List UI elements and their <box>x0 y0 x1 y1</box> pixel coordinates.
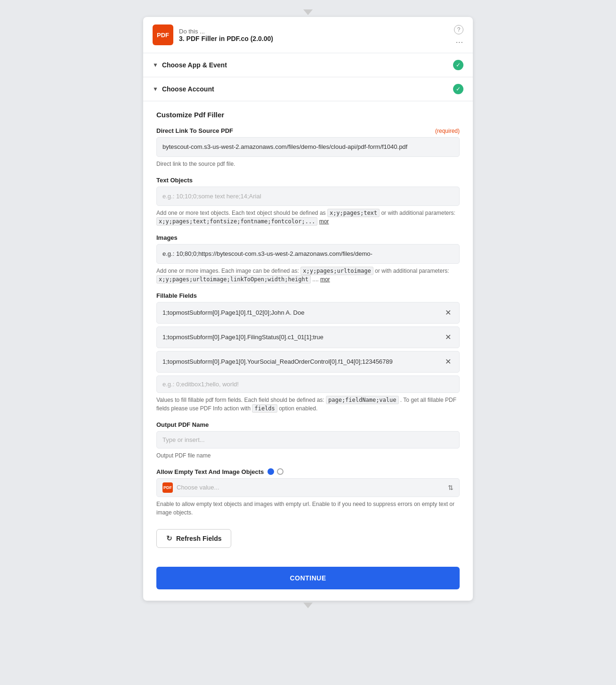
choose-app-section[interactable]: ▼ Choose App & Event ✓ <box>143 53 473 77</box>
direct-link-hint: Direct link to the source pdf file. <box>156 160 460 168</box>
fillable-fields-hint: Values to fill fillable pdf form fields.… <box>156 396 460 413</box>
text-objects-hint: Add one or more text objects. Each text … <box>156 209 460 226</box>
app-header: PDF Do this ... 3. PDF Filler in PDF.co … <box>143 17 473 53</box>
fillable-fields-label-row: Fillable Fields <box>156 292 460 299</box>
refresh-icon: ↻ <box>166 534 172 543</box>
text-objects-label: Text Objects <box>156 177 193 184</box>
pdf-select-icon: PDF <box>162 482 173 493</box>
help-icon[interactable]: ? <box>454 25 463 34</box>
connector-bottom <box>143 601 473 608</box>
images-value[interactable]: e.g.: 10;80;0;https://bytescout-com.s3-u… <box>156 244 460 264</box>
allow-empty-select[interactable]: PDF Choose value... ⇅ <box>156 478 460 497</box>
radio-option-2[interactable] <box>277 468 284 475</box>
choose-app-label: Choose App & Event <box>162 61 227 69</box>
choose-app-check: ✓ <box>453 60 463 70</box>
remove-fillable-item-2[interactable]: ✕ <box>442 332 454 343</box>
chevron-down-icon-2: ▼ <box>153 86 158 92</box>
text-objects-code1: x;y;pages;text <box>327 209 380 217</box>
output-pdf-name-group: Output PDF Name Output PDF file name <box>156 421 460 460</box>
images-label: Images <box>156 234 178 241</box>
images-code1: x;y;pages;urltoimage <box>300 267 373 275</box>
images-group: Images e.g.: 10;80;0;https://bytescout-c… <box>156 234 460 284</box>
fillable-code1: page;fieldName;value <box>326 396 399 404</box>
continue-button[interactable]: CONTINUE <box>156 567 460 589</box>
choose-account-check: ✓ <box>453 84 463 94</box>
images-code2: x;y;pages;urltoimage;linkToOpen;width;he… <box>156 275 311 284</box>
choose-app-left: ▼ Choose App & Event <box>153 61 227 69</box>
fillable-item: 1;topmostSubform[0].Page1[0].f1_02[0];Jo… <box>156 302 460 324</box>
choose-account-label: Choose Account <box>162 85 214 93</box>
app-icon: PDF <box>153 24 173 45</box>
fillable-fields-group: Fillable Fields 1;topmostSubform[0].Page… <box>156 292 460 413</box>
main-card: PDF Do this ... 3. PDF Filler in PDF.co … <box>143 17 473 601</box>
images-label-row: Images <box>156 234 460 241</box>
images-hint: Add one or more images. Each image can b… <box>156 267 460 284</box>
refresh-fields-label: Refresh Fields <box>176 535 221 542</box>
allow-empty-select-text: Choose value... <box>177 484 444 491</box>
output-pdf-name-label: Output PDF Name <box>156 421 209 428</box>
text-objects-more[interactable]: mor <box>319 218 329 225</box>
header-actions: ? ... <box>454 25 463 45</box>
direct-link-value[interactable]: bytescout-com.s3-us-west-2.amazonaws.com… <box>156 137 460 157</box>
fillable-code2: fields <box>252 404 277 413</box>
output-pdf-name-label-row: Output PDF Name <box>156 421 460 428</box>
remove-fillable-item-1[interactable]: ✕ <box>442 307 454 318</box>
text-objects-code2: x;y;pages;text;fontsize;fontname;fontcol… <box>156 217 317 226</box>
remove-fillable-item-3[interactable]: ✕ <box>442 356 454 367</box>
direct-link-group: Direct Link To Source PDF (required) byt… <box>156 127 460 168</box>
fillable-placeholder[interactable]: e.g.: 0;editbox1;hello, world! <box>156 375 460 393</box>
fillable-item: 1;topmostSubform[0].Page1[0].FilingStatu… <box>156 326 460 348</box>
allow-empty-label-row: Allow Empty Text And Image Objects <box>156 468 460 475</box>
more-menu-button[interactable]: ... <box>456 36 463 45</box>
radio-option-1[interactable] <box>267 468 274 475</box>
allow-empty-group: Allow Empty Text And Image Objects PDF C… <box>156 468 460 517</box>
allow-empty-hint: Enable to allow empty text objects and i… <box>156 500 460 517</box>
direct-link-required: (required) <box>435 128 460 134</box>
direct-link-label: Direct Link To Source PDF <box>156 127 233 134</box>
text-objects-value[interactable]: e.g.: 10;10;0;some text here;14;Arial <box>156 187 460 206</box>
fillable-item-text: 1;topmostSubform[0].Page1[0].FilingStatu… <box>162 334 438 341</box>
app-title: 3. PDF Filler in PDF.co (2.0.00) <box>179 35 454 42</box>
customize-section: Customize Pdf Filler Direct Link To Sour… <box>143 101 473 559</box>
allow-empty-radio-group <box>267 468 284 475</box>
output-pdf-name-input[interactable] <box>156 431 460 449</box>
text-objects-group: Text Objects e.g.: 10;10;0;some text her… <box>156 177 460 226</box>
text-objects-label-row: Text Objects <box>156 177 460 184</box>
select-arrows-icon: ⇅ <box>448 484 454 491</box>
choose-account-left: ▼ Choose Account <box>153 85 214 93</box>
choose-account-section[interactable]: ▼ Choose Account ✓ <box>143 77 473 101</box>
do-this-label: Do this ... <box>179 28 454 35</box>
output-pdf-name-hint: Output PDF file name <box>156 451 460 460</box>
customize-title: Customize Pdf Filler <box>156 111 460 119</box>
allow-empty-label: Allow Empty Text And Image Objects <box>156 468 264 475</box>
images-more[interactable]: mor <box>320 276 330 283</box>
app-header-text: Do this ... 3. PDF Filler in PDF.co (2.0… <box>179 28 454 42</box>
continue-btn-wrapper: CONTINUE <box>143 559 473 601</box>
fillable-item-text: 1;topmostSubform[0].Page1[0].YourSocial_… <box>162 358 438 365</box>
chevron-down-icon: ▼ <box>153 62 158 68</box>
refresh-fields-button[interactable]: ↻ Refresh Fields <box>156 529 231 548</box>
connector-top <box>143 9 473 17</box>
direct-link-label-row: Direct Link To Source PDF (required) <box>156 127 460 134</box>
fillable-item-text: 1;topmostSubform[0].Page1[0].f1_02[0];Jo… <box>162 309 438 316</box>
fillable-item: 1;topmostSubform[0].Page1[0].YourSocial_… <box>156 351 460 373</box>
fillable-fields-label: Fillable Fields <box>156 292 197 299</box>
